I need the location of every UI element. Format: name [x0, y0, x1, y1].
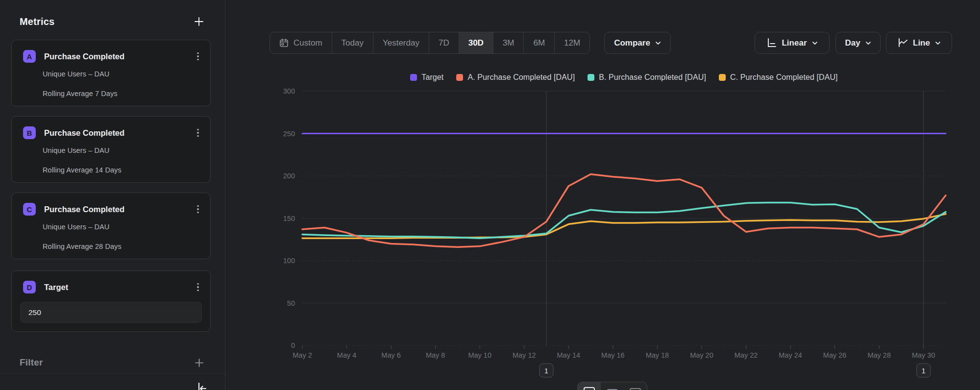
- metric-card-c[interactable]: CPurchase CompletedUnique Users – DAURol…: [11, 193, 211, 259]
- granularity-selector-button[interactable]: Day: [835, 32, 881, 54]
- y-axis-label: 100: [283, 257, 295, 265]
- x-axis-label: May 24: [779, 351, 802, 359]
- date-range-label: 6M: [533, 38, 545, 48]
- date-range-today[interactable]: Today: [332, 32, 373, 53]
- series-line-c[interactable]: [302, 214, 946, 238]
- kebab-menu-icon[interactable]: [193, 50, 203, 63]
- metrics-sidebar: Metrics APurchase CompletedUnique Users …: [0, 0, 225, 390]
- metric-card-a[interactable]: APurchase CompletedUnique Users – DAURol…: [11, 40, 211, 106]
- chart-type-selector-button[interactable]: Line: [886, 32, 952, 54]
- chevron-down-icon: [812, 40, 818, 46]
- x-axis-label: May 16: [601, 351, 625, 359]
- annotation-badge-label: 1: [922, 366, 926, 375]
- line-chart-icon: [897, 38, 908, 48]
- date-range-yesterday[interactable]: Yesterday: [373, 32, 429, 53]
- legend-label: A. Purchase Completed [DAU]: [467, 73, 575, 82]
- chart-size-option-large[interactable]: [578, 382, 601, 390]
- chevron-down-icon: [655, 40, 661, 46]
- metric-measurement: Unique Users – DAU: [43, 146, 109, 154]
- x-axis-label: May 4: [337, 351, 357, 359]
- x-axis-label: May 18: [646, 351, 669, 359]
- x-axis-label: May 14: [557, 351, 581, 359]
- date-range-7d[interactable]: 7D: [429, 32, 459, 53]
- legend-swatch: [456, 74, 463, 81]
- date-range-30d[interactable]: 30D: [459, 32, 493, 53]
- target-card[interactable]: D Target 250: [11, 270, 211, 332]
- chart-legend: TargetA. Purchase Completed [DAU]B. Purc…: [302, 72, 946, 83]
- target-value-input[interactable]: 250: [20, 302, 202, 323]
- collapse-sidebar-button[interactable]: [195, 382, 210, 390]
- add-metric-button[interactable]: [193, 15, 205, 28]
- metric-card-header: CPurchase Completed: [23, 203, 203, 216]
- legend-swatch: [588, 74, 594, 81]
- kebab-menu-icon[interactable]: [193, 203, 203, 216]
- date-range-label: 7D: [439, 38, 449, 48]
- linear-axis-icon: [766, 38, 777, 48]
- date-range-selector: CustomTodayYesterday7D30D3M6M12M: [270, 32, 590, 54]
- metric-measurement: Unique Users – DAU: [43, 223, 109, 231]
- granularity-label: Day: [845, 38, 860, 48]
- add-filter-button[interactable]: [193, 356, 205, 369]
- date-range-3m[interactable]: 3M: [493, 32, 524, 53]
- date-range-6m[interactable]: 6M: [524, 32, 555, 53]
- x-axis-label: May 20: [690, 351, 713, 359]
- metric-title: Purchase Completed: [44, 128, 193, 138]
- metric-title: Purchase Completed: [44, 52, 193, 61]
- y-axis-label: 150: [283, 215, 295, 222]
- kebab-menu-icon[interactable]: [193, 281, 203, 293]
- scale-selector-button[interactable]: Linear: [755, 32, 830, 54]
- metric-badge: B: [23, 126, 36, 139]
- legend-item[interactable]: A. Purchase Completed [DAU]: [456, 73, 575, 82]
- x-axis-label: May 2: [293, 351, 312, 359]
- metrics-title: Metrics: [20, 16, 54, 27]
- legend-label: Target: [421, 73, 443, 82]
- metric-rolling-average: Rolling Average 14 Days: [43, 166, 122, 174]
- date-range-label: 12M: [564, 38, 580, 48]
- y-axis-label: 50: [287, 299, 295, 307]
- metrics-header: Metrics: [20, 15, 205, 28]
- plus-icon: [195, 17, 203, 26]
- chevron-down-icon: [935, 40, 941, 46]
- metric-rolling-average: Rolling Average 7 Days: [43, 90, 118, 98]
- chart-size-option-small[interactable]: [624, 382, 647, 390]
- chevron-down-icon: [865, 40, 871, 46]
- kebab-menu-icon[interactable]: [193, 126, 203, 139]
- legend-item[interactable]: Target: [410, 73, 443, 82]
- calendar-icon: [279, 38, 289, 48]
- target-card-header: D Target: [23, 281, 203, 293]
- legend-swatch: [719, 74, 726, 81]
- metric-badge: C: [23, 203, 36, 216]
- filter-header: Filter: [20, 356, 205, 369]
- legend-item[interactable]: B. Purchase Completed [DAU]: [588, 73, 706, 82]
- legend-item[interactable]: C. Purchase Completed [DAU]: [719, 73, 838, 82]
- legend-label: C. Purchase Completed [DAU]: [730, 73, 838, 82]
- date-range-custom[interactable]: Custom: [270, 32, 332, 53]
- date-range-label: 3M: [503, 38, 514, 48]
- date-range-label: Yesterday: [383, 38, 419, 48]
- compare-button[interactable]: Compare: [604, 32, 671, 54]
- target-card-title: Target: [44, 283, 193, 292]
- plus-icon: [195, 359, 203, 367]
- metric-title: Purchase Completed: [44, 205, 193, 214]
- annotation-badge-label: 1: [544, 366, 548, 375]
- x-axis-label: May 6: [381, 351, 401, 359]
- x-axis-label: May 10: [468, 351, 491, 359]
- date-range-12m[interactable]: 12M: [555, 32, 589, 53]
- x-axis-label: May 12: [513, 351, 536, 359]
- chart-size-option-medium[interactable]: [601, 382, 624, 390]
- legend-swatch: [410, 74, 417, 81]
- metric-badge: A: [23, 50, 36, 63]
- metric-card-header: BPurchase Completed: [23, 126, 203, 139]
- metric-card-b[interactable]: BPurchase CompletedUnique Users – DAURol…: [11, 116, 211, 183]
- metric-rolling-average: Rolling Average 28 Days: [43, 243, 122, 250]
- chart-canvas[interactable]: 300250200150100500May 2May 4May 6May 8Ma…: [225, 64, 980, 390]
- metric-measurement: Unique Users – DAU: [43, 70, 109, 78]
- y-axis-label: 0: [291, 341, 295, 349]
- y-axis-label: 250: [283, 130, 295, 138]
- collapse-left-icon: [195, 382, 208, 390]
- size-large-icon: [584, 387, 595, 390]
- date-range-label: Custom: [294, 38, 322, 48]
- line-chart[interactable]: TargetA. Purchase Completed [DAU]B. Purc…: [225, 64, 980, 390]
- legend-label: B. Purchase Completed [DAU]: [599, 73, 706, 82]
- chart-type-label: Line: [913, 38, 930, 48]
